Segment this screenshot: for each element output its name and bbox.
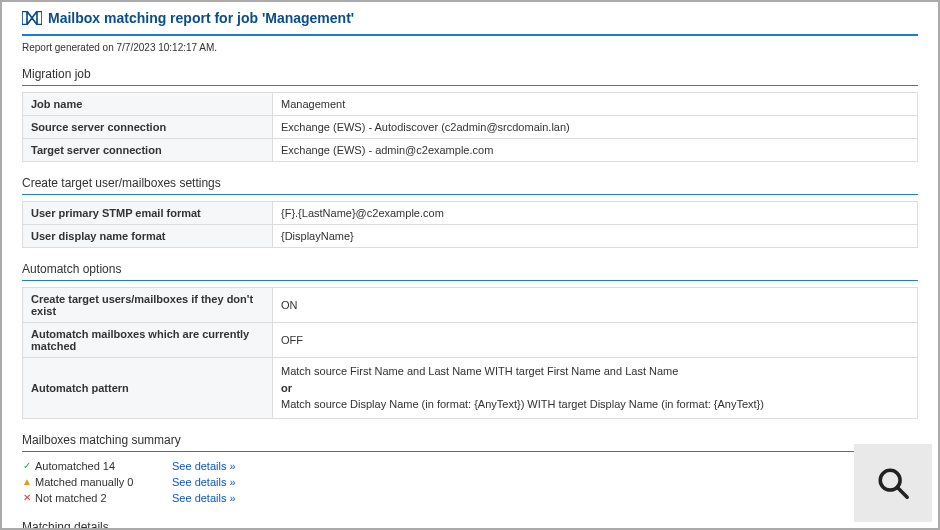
kv-val: Match source First Name and Last Name WI… bbox=[273, 358, 918, 419]
kv-key: Automatch mailboxes which are currently … bbox=[23, 323, 273, 358]
summary-row-automatched: ✓Automatched 14 See details » bbox=[22, 458, 918, 474]
check-icon: ✓ bbox=[22, 460, 31, 471]
kv-row: User display name format{DisplayName} bbox=[23, 225, 918, 248]
magnifier-icon bbox=[876, 466, 910, 500]
summary-row-notmatched: ✕Not matched 2 See details » bbox=[22, 490, 918, 506]
columns-icon bbox=[22, 11, 42, 25]
migration-table: Job nameManagement Source server connect… bbox=[22, 92, 918, 162]
section-rule bbox=[22, 280, 918, 281]
kv-key: Target server connection bbox=[23, 139, 273, 162]
kv-row: Source server connectionExchange (EWS) -… bbox=[23, 116, 918, 139]
see-details-link[interactable]: See details » bbox=[172, 476, 236, 488]
section-title-details: Matching details bbox=[22, 520, 918, 531]
section-title-migration: Migration job bbox=[22, 67, 918, 81]
summary-row-manual: ▲Matched manually 0 See details » bbox=[22, 474, 918, 490]
see-details-link[interactable]: See details » bbox=[172, 460, 236, 472]
svg-line-1 bbox=[897, 487, 907, 497]
section-rule bbox=[22, 85, 918, 86]
kv-row: Target server connectionExchange (EWS) -… bbox=[23, 139, 918, 162]
title-rule bbox=[22, 34, 918, 36]
kv-val: Management bbox=[273, 93, 918, 116]
pattern-line1: Match source First Name and Last Name WI… bbox=[281, 365, 678, 377]
kv-val: OFF bbox=[273, 323, 918, 358]
summary-label-text: Not matched 2 bbox=[35, 492, 107, 504]
kv-row: Automatch pattern Match source First Nam… bbox=[23, 358, 918, 419]
kv-val: {DisplayName} bbox=[273, 225, 918, 248]
triangle-icon: ▲ bbox=[22, 476, 31, 487]
see-details-link[interactable]: See details » bbox=[172, 492, 236, 504]
summary-label-text: Matched manually 0 bbox=[35, 476, 133, 488]
cross-icon: ✕ bbox=[22, 492, 31, 503]
section-rule bbox=[22, 451, 918, 452]
generated-timestamp: Report generated on 7/7/2023 10:12:17 AM… bbox=[22, 42, 918, 53]
kv-key: Create target users/mailboxes if they do… bbox=[23, 288, 273, 323]
summary-list: ✓Automatched 14 See details » ▲Matched m… bbox=[22, 458, 918, 506]
automatch-table: Create target users/mailboxes if they do… bbox=[22, 287, 918, 419]
kv-row: User primary STMP email format{F}.{LastN… bbox=[23, 202, 918, 225]
kv-key: User display name format bbox=[23, 225, 273, 248]
kv-val: {F}.{LastName}@c2example.com bbox=[273, 202, 918, 225]
section-rule bbox=[22, 194, 918, 195]
pattern-line2: Match source Display Name (in format: {A… bbox=[281, 398, 764, 410]
zoom-overlay[interactable] bbox=[854, 444, 932, 522]
section-title-settings: Create target user/mailboxes settings bbox=[22, 176, 918, 190]
kv-val: Exchange (EWS) - Autodiscover (c2admin@s… bbox=[273, 116, 918, 139]
summary-label-text: Automatched 14 bbox=[35, 460, 115, 472]
kv-key: Automatch pattern bbox=[23, 358, 273, 419]
kv-val: Exchange (EWS) - admin@c2example.com bbox=[273, 139, 918, 162]
settings-table: User primary STMP email format{F}.{LastN… bbox=[22, 201, 918, 248]
kv-row: Automatch mailboxes which are currently … bbox=[23, 323, 918, 358]
section-title-summary: Mailboxes matching summary bbox=[22, 433, 918, 447]
kv-row: Job nameManagement bbox=[23, 93, 918, 116]
page-title-text: Mailbox matching report for job 'Managem… bbox=[48, 10, 354, 26]
pattern-or: or bbox=[281, 382, 292, 394]
kv-key: Source server connection bbox=[23, 116, 273, 139]
kv-row: Create target users/mailboxes if they do… bbox=[23, 288, 918, 323]
kv-key: User primary STMP email format bbox=[23, 202, 273, 225]
page-title: Mailbox matching report for job 'Managem… bbox=[22, 10, 918, 26]
kv-key: Job name bbox=[23, 93, 273, 116]
kv-val: ON bbox=[273, 288, 918, 323]
section-title-automatch: Automatch options bbox=[22, 262, 918, 276]
